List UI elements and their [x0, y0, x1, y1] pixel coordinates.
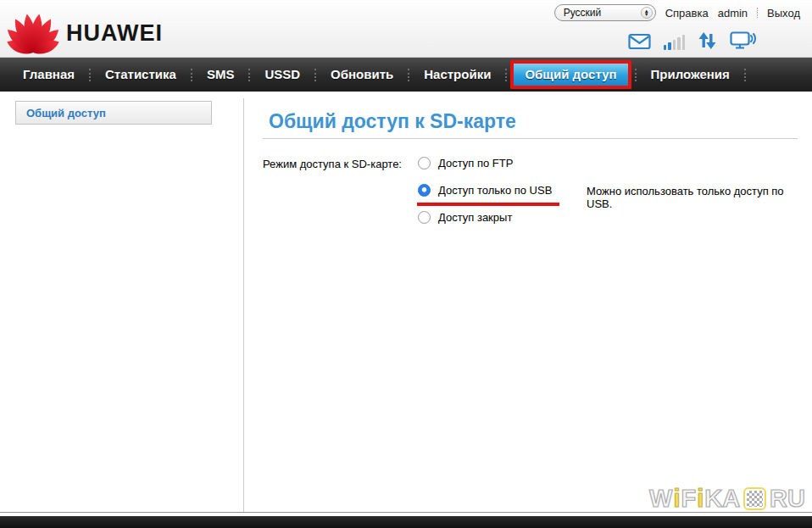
sd-mode-label: Режим доступа к SD-карте: [263, 158, 402, 170]
nav-item-apps[interactable]: Приложения [637, 58, 744, 92]
radio-icon[interactable] [418, 211, 431, 224]
watermark-letter: KA [704, 485, 740, 513]
username-label: admin [718, 7, 748, 19]
sidebar-item-sharing[interactable]: Общий доступ [15, 101, 212, 125]
radio-checked-icon[interactable] [418, 184, 431, 197]
router-admin-page: HUAWEI Русский ▲▼ Справка admin Выход [0, 0, 812, 528]
radio-option-label[interactable]: Доступ закрыт [438, 211, 512, 224]
sidebar-item-label: Общий доступ [26, 107, 106, 119]
radio-option-ftp[interactable]: Доступ по FTP [418, 157, 513, 170]
page-title: Общий доступ к SD-карте [269, 110, 516, 133]
content-divider [243, 98, 244, 512]
usb-only-note: Можно использовать только доступ по USB. [587, 185, 812, 210]
bottom-bar [0, 516, 812, 528]
nav-item-statistics[interactable]: Статистика [91, 58, 191, 92]
nav-item-home[interactable]: Главная [8, 58, 89, 92]
signal-strength-icon [664, 34, 686, 50]
radio-icon[interactable] [418, 157, 431, 170]
nav-item-settings[interactable]: Настройки [409, 58, 505, 92]
brand-name: HUAWEI [66, 20, 163, 47]
radio-option-usb-only[interactable]: Доступ только по USB [418, 184, 552, 197]
mail-icon [628, 33, 651, 50]
main-nav: Главная Статистика SMS USSD Обновить Нас… [0, 58, 812, 92]
radio-option-closed[interactable]: Доступ закрыт [418, 211, 512, 224]
header-links: Русский ▲▼ Справка admin Выход [554, 4, 800, 21]
radio-option-label[interactable]: Доступ только по USB [438, 184, 552, 197]
nav-item-update[interactable]: Обновить [316, 58, 408, 92]
device-wifi-icon [730, 31, 756, 50]
watermark-letter: i [697, 485, 704, 513]
watermark-letter: RU [770, 485, 805, 513]
logout-link[interactable]: Выход [767, 7, 800, 19]
radio-option-label[interactable]: Доступ по FTP [438, 157, 513, 170]
nav-separator [744, 69, 746, 81]
header: HUAWEI Русский ▲▼ Справка admin Выход [0, 0, 812, 58]
language-select-value: Русский [564, 7, 602, 19]
status-icon-row [628, 31, 757, 50]
select-stepper-icon: ▲▼ [641, 7, 653, 19]
watermark-letter: F [681, 485, 696, 513]
nav-item-sharing-active[interactable]: Общий доступ [510, 60, 631, 89]
traffic-arrows-icon [698, 31, 717, 50]
watermark-letter: W [649, 485, 672, 513]
huawei-logo: HUAWEI [7, 5, 163, 54]
nav-item-ussd[interactable]: USSD [250, 58, 314, 92]
language-select[interactable]: Русский ▲▼ [554, 4, 656, 21]
huawei-flower-icon [7, 5, 59, 54]
nav-separator [505, 69, 507, 81]
watermark-letter: i [673, 485, 680, 513]
nav-item-sms[interactable]: SMS [192, 58, 249, 92]
wifika-watermark: W i F i KA RU [649, 485, 805, 513]
separator [757, 8, 758, 18]
help-link[interactable]: Справка [665, 7, 709, 19]
annotation-underline [417, 203, 559, 206]
title-rule [263, 138, 798, 139]
footer-rule [0, 512, 812, 513]
qr-code-icon [743, 487, 766, 510]
